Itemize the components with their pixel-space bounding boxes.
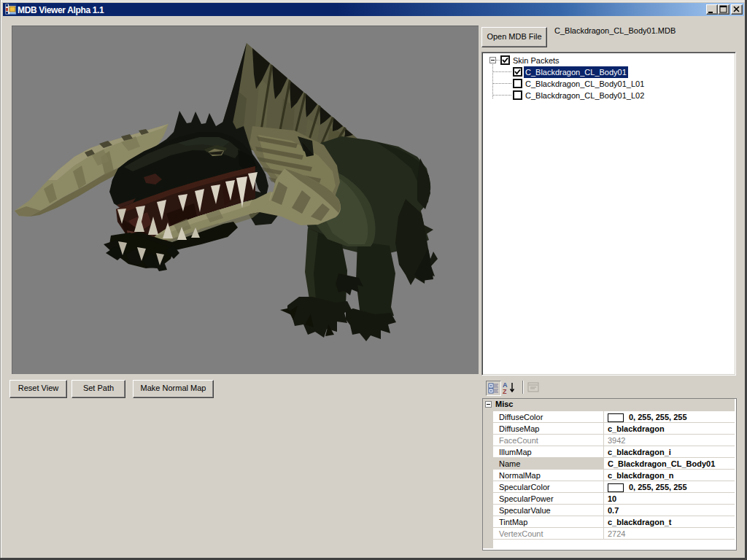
svg-text:Z: Z bbox=[503, 388, 507, 394]
